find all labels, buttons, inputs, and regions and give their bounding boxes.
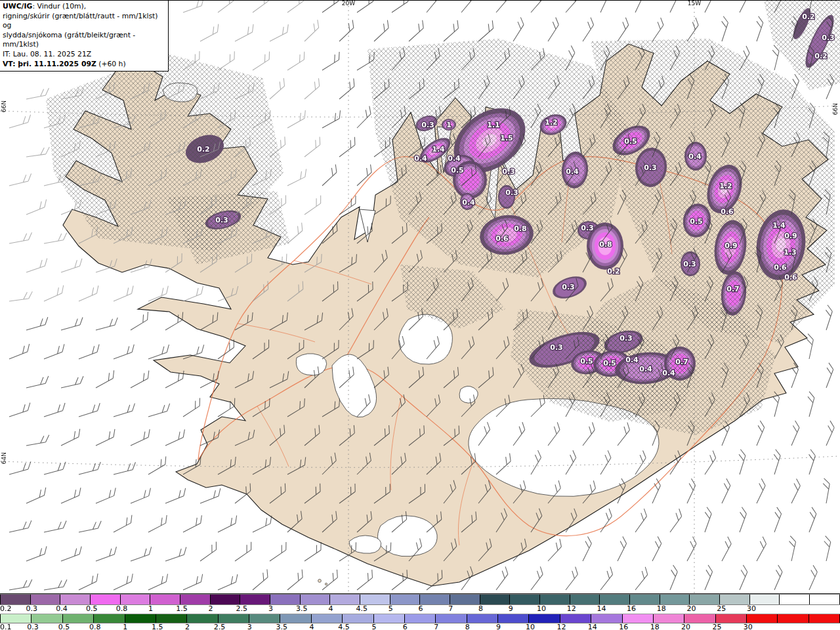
precip-value-label: 0.3: [683, 260, 696, 268]
precip-value-label: 0.4: [639, 365, 652, 373]
precip-value-label: 0.4: [625, 356, 639, 364]
scale-cell: [249, 614, 280, 623]
scale-cell: [301, 595, 331, 604]
weather-forecast-map: 0.20.30.311.11.51.21.40.40.40.50.30.40.3…: [0, 0, 840, 630]
scale-cell: [240, 595, 270, 604]
precip-value-label: 0.6: [774, 263, 787, 272]
scale-cell: [780, 595, 810, 604]
scale-cell: [330, 595, 360, 604]
precip-value-label: 0.3: [562, 283, 575, 291]
scale-label: 0.8: [89, 623, 101, 630]
scale-cell: [747, 614, 778, 623]
scale-label: 0.2: [0, 604, 12, 613]
precip-value-label: 0.5: [603, 359, 616, 368]
precip-value-label: 0.2: [802, 12, 815, 21]
scale-cell: [32, 614, 62, 623]
precip-value-label: 0.6: [784, 273, 797, 282]
graticule-label: 66N: [1, 100, 7, 112]
scale-cell: [570, 595, 600, 604]
precip-value-label: 0.4: [566, 167, 579, 176]
scale-cell: [219, 614, 249, 623]
precip-value-label: 0.5: [690, 217, 703, 226]
scale-label: 20: [681, 623, 690, 630]
scale-cell: [0, 595, 31, 604]
title-line-rain: rigning/skúrir (grænt/blátt/rautt - mm/1…: [3, 12, 165, 31]
offshore-island: [325, 583, 327, 585]
scale-cell: [510, 595, 540, 604]
scale-cell: [690, 595, 720, 604]
scale-label: 0.5: [58, 623, 70, 630]
precip-value-label: 0.6: [495, 234, 509, 243]
precip-value-label: 0.4: [462, 198, 475, 207]
scale-label: 5: [388, 604, 393, 613]
scale-label: 16: [619, 623, 628, 630]
scale-label: 9: [509, 604, 513, 613]
scale-label: 7: [434, 623, 438, 630]
scale-label: 25: [717, 604, 726, 613]
scale-cell: [480, 595, 511, 604]
scale-label: 3: [268, 604, 273, 613]
scale-label: 4: [328, 604, 333, 613]
scale-cell: [750, 595, 780, 604]
scale-cell: [360, 595, 390, 604]
scale-cell: [684, 614, 715, 623]
scale-label: 0.5: [86, 604, 98, 613]
scale-cell: [405, 614, 436, 623]
precip-value-label: 0.5: [580, 357, 593, 366]
precip-value-label: 0.3: [620, 334, 633, 343]
scale-cell: [720, 595, 750, 604]
glacier: [459, 386, 478, 403]
graticule-label: 64N: [1, 452, 7, 464]
precip-value-label: 0.4: [414, 154, 427, 163]
scale-label: 1.5: [152, 623, 163, 630]
scale-label: 30: [747, 604, 756, 613]
precip-value-label: 0.9: [784, 232, 797, 240]
scale-label: 18: [657, 604, 666, 613]
precip-value-label: 0.5: [451, 166, 464, 175]
scale-cell: [343, 614, 373, 623]
scale-cell: [654, 614, 684, 623]
scale-cell: [809, 614, 840, 623]
scale-cell: [810, 595, 840, 604]
scale-label: 2.5: [214, 623, 226, 630]
scale-cell: [600, 595, 630, 604]
scale-label: 12: [556, 623, 566, 630]
title-box: UWC/IG: Vindur (10m), rigning/skúrir (gr…: [0, 1, 169, 72]
scale-label: 0.4: [56, 604, 68, 613]
scale-cell: [660, 595, 690, 604]
title-line-snow: slydda/snjókoma (grátt/bleikt/grænt - mm…: [3, 31, 165, 50]
scale-cell: [529, 614, 560, 623]
scale-cell: [121, 595, 151, 604]
scale-label: 14: [597, 604, 606, 613]
precip-value-label: 1.3: [784, 248, 797, 257]
scale-label: 14: [588, 623, 597, 630]
scale-label: 4: [310, 623, 314, 630]
scale-cell: [156, 614, 187, 623]
scale-cell: [591, 614, 622, 623]
scale-label: 8: [478, 604, 483, 613]
scale-cell: [312, 614, 343, 623]
scale-cell: [180, 595, 211, 604]
scale-cell: [91, 595, 121, 604]
precip-value-label: 1.5: [500, 134, 513, 142]
precip-value-label: 1.2: [545, 118, 558, 127]
precipitation-legend: 0.20.30.40.50.811.522.533.544.5567891012…: [0, 593, 840, 630]
scale-label: 4.5: [356, 604, 368, 613]
scale-label: 18: [650, 623, 660, 630]
scale-label: 5: [371, 623, 376, 630]
scale-label: 0.8: [116, 604, 128, 613]
scale-label: 6: [403, 623, 408, 630]
title-line-valid-time: VT: þri. 11.11.2025 09Z (+60 h): [3, 60, 165, 70]
scale-label: 9: [496, 623, 501, 630]
scale-cell: [436, 614, 467, 623]
precip-value-label: 1.4: [772, 221, 786, 230]
graticule-label: 20W: [342, 0, 355, 7]
scale-label: 16: [627, 604, 636, 613]
precip-value-label: 0.3: [215, 216, 228, 224]
scale-cell: [0, 614, 32, 623]
scale-label: 0.3: [26, 604, 38, 613]
precip-value-label: 0.7: [675, 358, 688, 366]
sleet-snow-scale-labels: 0.20.30.40.50.811.522.533.544.5567891012…: [0, 605, 840, 614]
precip-value-label: 0.5: [624, 137, 637, 146]
scale-label: 0.1: [0, 623, 12, 630]
